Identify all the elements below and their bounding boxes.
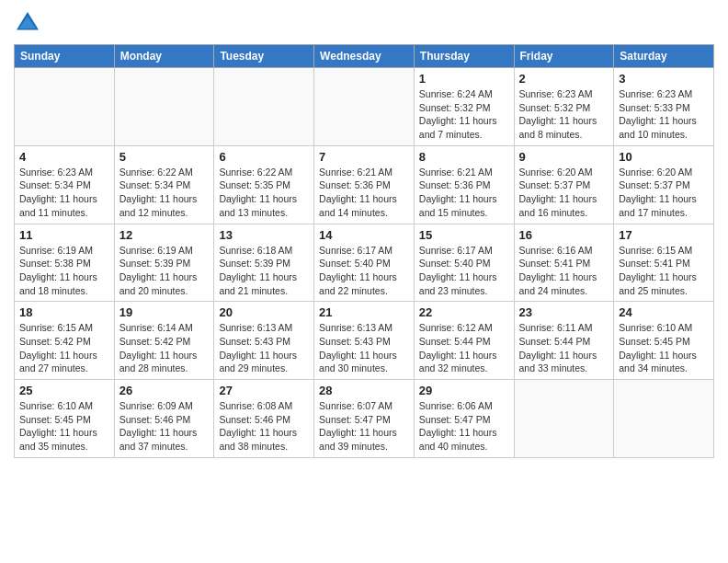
calendar-cell: 8Sunrise: 6:21 AMSunset: 5:36 PMDaylight… (414, 145, 514, 224)
calendar-cell: 18Sunrise: 6:15 AMSunset: 5:42 PMDayligh… (15, 302, 115, 380)
calendar-cell: 26Sunrise: 6:09 AMSunset: 5:46 PMDayligh… (114, 380, 214, 458)
day-number: 13 (219, 228, 309, 242)
day-info: Sunrise: 6:20 AMSunset: 5:37 PMDaylight:… (619, 166, 709, 220)
day-info: Sunrise: 6:10 AMSunset: 5:45 PMDaylight:… (19, 399, 109, 454)
day-info: Sunrise: 6:09 AMSunset: 5:46 PMDaylight:… (119, 399, 210, 454)
day-number: 17 (619, 228, 709, 242)
calendar-cell: 7Sunrise: 6:21 AMSunset: 5:36 PMDaylight… (314, 145, 415, 224)
day-info: Sunrise: 6:10 AMSunset: 5:45 PMDaylight:… (619, 321, 709, 375)
day-info: Sunrise: 6:06 AMSunset: 5:47 PMDaylight:… (419, 399, 509, 454)
day-info: Sunrise: 6:23 AMSunset: 5:32 PMDaylight:… (519, 87, 609, 142)
day-number: 15 (419, 228, 509, 242)
day-number: 27 (219, 384, 309, 397)
week-row-0: 1Sunrise: 6:24 AMSunset: 5:32 PMDaylight… (15, 68, 714, 146)
calendar-cell: 23Sunrise: 6:11 AMSunset: 5:44 PMDayligh… (514, 302, 614, 380)
day-info: Sunrise: 6:11 AMSunset: 5:44 PMDaylight:… (519, 321, 609, 375)
day-number: 4 (19, 150, 109, 164)
day-header-monday: Monday (114, 45, 214, 68)
day-number: 3 (619, 72, 709, 86)
day-number: 2 (519, 72, 609, 86)
calendar-cell: 25Sunrise: 6:10 AMSunset: 5:45 PMDayligh… (15, 380, 115, 458)
calendar-cell: 19Sunrise: 6:14 AMSunset: 5:42 PMDayligh… (114, 302, 214, 380)
day-number: 19 (119, 305, 210, 319)
day-number: 14 (319, 228, 409, 242)
day-number: 23 (519, 305, 609, 319)
week-row-1: 4Sunrise: 6:23 AMSunset: 5:34 PMDaylight… (15, 145, 714, 224)
day-number: 29 (419, 384, 509, 397)
calendar-cell (314, 68, 415, 146)
day-header-tuesday: Tuesday (214, 45, 314, 68)
calendar-header: SundayMondayTuesdayWednesdayThursdayFrid… (15, 45, 714, 68)
day-number: 28 (319, 384, 409, 397)
calendar-cell: 1Sunrise: 6:24 AMSunset: 5:32 PMDaylight… (414, 68, 514, 146)
calendar-table: SundayMondayTuesdayWednesdayThursdayFrid… (14, 44, 714, 458)
calendar-cell: 24Sunrise: 6:10 AMSunset: 5:45 PMDayligh… (614, 302, 714, 380)
week-row-4: 25Sunrise: 6:10 AMSunset: 5:45 PMDayligh… (15, 380, 714, 458)
calendar-cell: 13Sunrise: 6:18 AMSunset: 5:39 PMDayligh… (214, 224, 314, 302)
day-number: 9 (519, 150, 609, 164)
day-number: 11 (19, 228, 109, 242)
calendar-cell: 15Sunrise: 6:17 AMSunset: 5:40 PMDayligh… (414, 224, 514, 302)
day-number: 12 (119, 228, 210, 242)
calendar-cell: 28Sunrise: 6:07 AMSunset: 5:47 PMDayligh… (314, 380, 415, 458)
calendar-cell (514, 380, 614, 458)
day-header-saturday: Saturday (614, 45, 714, 68)
day-number: 7 (319, 150, 409, 164)
day-info: Sunrise: 6:17 AMSunset: 5:40 PMDaylight:… (419, 244, 509, 298)
calendar-cell (15, 68, 115, 146)
day-info: Sunrise: 6:21 AMSunset: 5:36 PMDaylight:… (419, 166, 509, 220)
day-number: 6 (219, 150, 309, 164)
day-info: Sunrise: 6:23 AMSunset: 5:33 PMDaylight:… (619, 87, 709, 142)
day-info: Sunrise: 6:20 AMSunset: 5:37 PMDaylight:… (519, 166, 609, 220)
day-info: Sunrise: 6:08 AMSunset: 5:46 PMDaylight:… (219, 399, 309, 454)
day-info: Sunrise: 6:15 AMSunset: 5:42 PMDaylight:… (19, 321, 109, 375)
calendar-cell: 20Sunrise: 6:13 AMSunset: 5:43 PMDayligh… (214, 302, 314, 380)
week-row-3: 18Sunrise: 6:15 AMSunset: 5:42 PMDayligh… (15, 302, 714, 380)
day-number: 10 (619, 150, 709, 164)
day-header-thursday: Thursday (414, 45, 514, 68)
day-info: Sunrise: 6:13 AMSunset: 5:43 PMDaylight:… (219, 321, 309, 375)
logo-icon (14, 9, 41, 37)
calendar-cell: 12Sunrise: 6:19 AMSunset: 5:39 PMDayligh… (114, 224, 214, 302)
day-info: Sunrise: 6:16 AMSunset: 5:41 PMDaylight:… (519, 244, 609, 298)
calendar-cell: 17Sunrise: 6:15 AMSunset: 5:41 PMDayligh… (614, 224, 714, 302)
calendar-cell: 14Sunrise: 6:17 AMSunset: 5:40 PMDayligh… (314, 224, 415, 302)
day-header-sunday: Sunday (15, 45, 115, 68)
day-header-wednesday: Wednesday (314, 45, 415, 68)
day-info: Sunrise: 6:18 AMSunset: 5:39 PMDaylight:… (219, 244, 309, 298)
calendar-cell: 9Sunrise: 6:20 AMSunset: 5:37 PMDaylight… (514, 145, 614, 224)
day-info: Sunrise: 6:17 AMSunset: 5:40 PMDaylight:… (319, 244, 409, 298)
calendar-cell (114, 68, 214, 146)
calendar-cell: 27Sunrise: 6:08 AMSunset: 5:46 PMDayligh… (214, 380, 314, 458)
calendar-cell: 3Sunrise: 6:23 AMSunset: 5:33 PMDaylight… (614, 68, 714, 146)
day-info: Sunrise: 6:21 AMSunset: 5:36 PMDaylight:… (319, 166, 409, 220)
calendar-cell: 6Sunrise: 6:22 AMSunset: 5:35 PMDaylight… (214, 145, 314, 224)
calendar-cell: 5Sunrise: 6:22 AMSunset: 5:34 PMDaylight… (114, 145, 214, 224)
calendar-cell: 4Sunrise: 6:23 AMSunset: 5:34 PMDaylight… (15, 145, 115, 224)
calendar-body: 1Sunrise: 6:24 AMSunset: 5:32 PMDaylight… (15, 68, 714, 458)
calendar-cell: 10Sunrise: 6:20 AMSunset: 5:37 PMDayligh… (614, 145, 714, 224)
day-number: 24 (619, 305, 709, 319)
day-info: Sunrise: 6:15 AMSunset: 5:41 PMDaylight:… (619, 244, 709, 298)
day-number: 5 (119, 150, 210, 164)
day-info: Sunrise: 6:14 AMSunset: 5:42 PMDaylight:… (119, 321, 210, 375)
calendar-cell: 22Sunrise: 6:12 AMSunset: 5:44 PMDayligh… (414, 302, 514, 380)
day-number: 26 (119, 384, 210, 397)
day-info: Sunrise: 6:19 AMSunset: 5:38 PMDaylight:… (19, 244, 109, 298)
calendar-cell (214, 68, 314, 146)
day-info: Sunrise: 6:19 AMSunset: 5:39 PMDaylight:… (119, 244, 210, 298)
day-header-friday: Friday (514, 45, 614, 68)
day-number: 16 (519, 228, 609, 242)
calendar-cell: 2Sunrise: 6:23 AMSunset: 5:32 PMDaylight… (514, 68, 614, 146)
calendar-cell: 21Sunrise: 6:13 AMSunset: 5:43 PMDayligh… (314, 302, 415, 380)
day-number: 1 (419, 72, 509, 86)
day-info: Sunrise: 6:07 AMSunset: 5:47 PMDaylight:… (319, 399, 409, 454)
day-header-row: SundayMondayTuesdayWednesdayThursdayFrid… (15, 45, 714, 68)
day-number: 25 (19, 384, 109, 397)
day-number: 20 (219, 305, 309, 319)
day-number: 21 (319, 305, 409, 319)
week-row-2: 11Sunrise: 6:19 AMSunset: 5:38 PMDayligh… (15, 224, 714, 302)
calendar-cell: 11Sunrise: 6:19 AMSunset: 5:38 PMDayligh… (15, 224, 115, 302)
day-info: Sunrise: 6:22 AMSunset: 5:35 PMDaylight:… (219, 166, 309, 220)
day-info: Sunrise: 6:13 AMSunset: 5:43 PMDaylight:… (319, 321, 409, 375)
